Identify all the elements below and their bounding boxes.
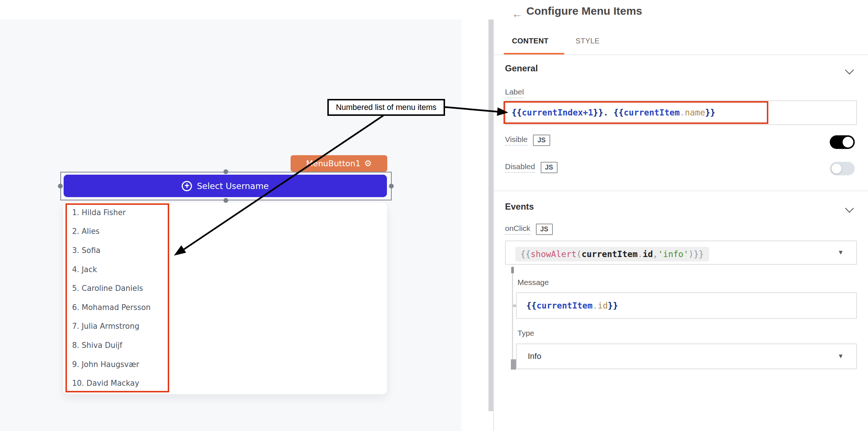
indent-guide-cap <box>511 267 514 273</box>
select-username-button[interactable]: + Select Username <box>64 175 387 197</box>
code-token: . <box>603 108 613 117</box>
code-token: {{ <box>520 249 531 259</box>
code-token: ) <box>689 249 694 259</box>
code-token: {{ <box>512 108 522 117</box>
code-token: . <box>680 108 685 117</box>
code-token: id <box>598 301 608 310</box>
resize-handle-left[interactable] <box>58 184 63 189</box>
disabled-row: Disabled JS <box>505 162 558 173</box>
back-arrow-icon[interactable]: ← <box>512 8 523 19</box>
resize-handle-top[interactable] <box>224 170 228 174</box>
tab-style[interactable]: STYLE <box>576 37 600 45</box>
code-token: }} <box>705 108 715 117</box>
code-token: currentItem <box>537 301 593 310</box>
resize-handle-bottom[interactable] <box>224 198 228 203</box>
code-token: }} <box>593 108 604 117</box>
onclick-action-select[interactable]: {{showAlert(currentItem.id,'info')}} ▼ <box>505 241 857 265</box>
property-panel: ← Configure Menu Items CONTENT STYLE Gen… <box>494 0 868 431</box>
switch-knob <box>843 137 853 147</box>
dropdown-caret-icon: ▼ <box>837 249 844 256</box>
code-token: 'info' <box>658 249 689 259</box>
disabled-switch[interactable] <box>830 162 855 175</box>
onclick-label: onClick <box>505 224 530 235</box>
code-token: currentItem <box>581 249 637 259</box>
widget-name-label: MenuButton1 <box>306 159 360 168</box>
code-token: . <box>638 249 643 259</box>
disabled-js-toggle[interactable]: JS <box>541 162 558 173</box>
code-token: currentIndex+1 <box>522 108 593 117</box>
annotation-box: Numbered list of menu items <box>327 99 445 116</box>
type-label: Type <box>517 329 534 338</box>
visible-label: Visible <box>505 135 527 146</box>
action-indent-guide <box>512 266 513 370</box>
section-general-title: General <box>505 63 538 74</box>
code-token: , <box>653 249 658 259</box>
widget-name-tag[interactable]: MenuButton1 ⚙ <box>291 155 387 172</box>
dropdown-caret-icon: ▼ <box>837 353 844 360</box>
resize-handle-right[interactable] <box>389 184 394 189</box>
menu-button-label: Select Username <box>197 181 269 191</box>
code-token: id <box>643 249 653 259</box>
message-label: Message <box>517 278 549 287</box>
section-divider-line <box>494 190 868 191</box>
code-token: {{ <box>613 108 624 117</box>
code-token: {{ <box>526 301 537 310</box>
type-select[interactable]: Info ▼ <box>516 343 857 369</box>
code-token: }} <box>694 249 704 259</box>
onclick-action-pill: {{showAlert(currentItem.id,'info')}} <box>515 247 709 261</box>
code-token: name <box>685 108 705 117</box>
message-code-input[interactable]: {{currentItem.id}} <box>516 292 857 319</box>
chevron-down-icon-events[interactable] <box>845 204 854 213</box>
tabs-divider-line <box>494 54 868 55</box>
gear-icon[interactable]: ⚙ <box>364 159 372 168</box>
chevron-down-icon-general[interactable] <box>845 65 854 74</box>
code-token: }} <box>608 301 618 310</box>
type-selected-value: Info <box>528 352 541 361</box>
visible-switch[interactable] <box>830 135 855 149</box>
onclick-js-toggle[interactable]: JS <box>536 224 553 235</box>
code-token: ( <box>576 249 581 259</box>
code-token: . <box>593 301 598 310</box>
app-window: 1. Hilda Fisher2. Alies3. Sofia4. Jack5.… <box>0 0 868 431</box>
switch-knob <box>831 163 842 174</box>
onclick-row: onClick JS <box>505 224 553 235</box>
disabled-label: Disabled <box>505 162 535 173</box>
tab-content[interactable]: CONTENT <box>512 37 548 45</box>
visible-js-toggle[interactable]: JS <box>533 135 550 146</box>
onclick-code-text: {{showAlert(currentItem.id,'info')}} <box>520 249 704 259</box>
label-highlight-box: {{currentIndex+1}}. {{currentItem.name}} <box>504 101 768 124</box>
label-code-text: {{currentIndex+1}}. {{currentItem.name}} <box>512 108 715 117</box>
panel-title: Configure Menu Items <box>526 5 642 17</box>
panel-resize-divider[interactable] <box>488 19 493 411</box>
indent-guide-thumb[interactable] <box>511 359 516 370</box>
code-token: currentItem <box>624 108 680 117</box>
menu-list-highlight-box <box>65 203 169 392</box>
visible-row: Visible JS <box>505 135 550 146</box>
annotation-text: Numbered list of menu items <box>336 103 437 112</box>
plus-circle-icon: + <box>182 181 192 191</box>
code-token: showAlert <box>531 249 577 259</box>
section-events-title: Events <box>505 202 534 212</box>
label-property-label: Label <box>505 88 524 98</box>
message-code-text: {{currentItem.id}} <box>526 301 618 310</box>
